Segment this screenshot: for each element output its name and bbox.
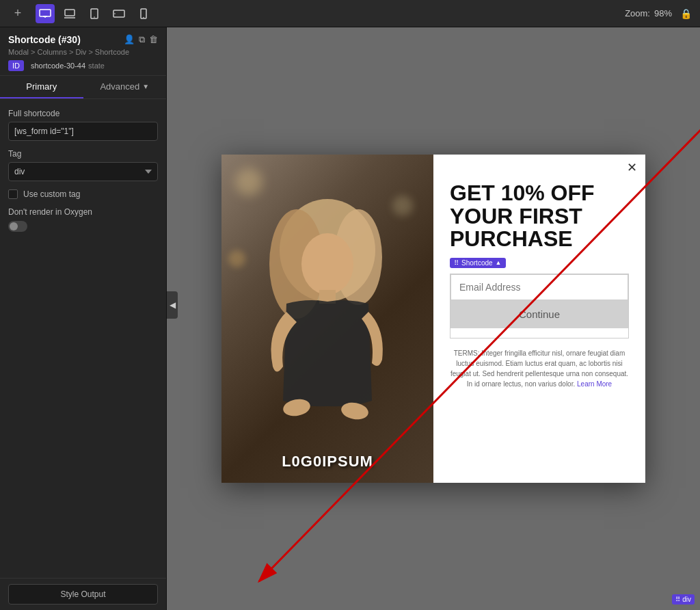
continue-button[interactable]: Continue	[450, 300, 628, 328]
dont-render-row: Don't render in Oxygen	[8, 207, 158, 232]
div-badge-grid-icon: ⠿	[675, 596, 680, 603]
terms-text: TERMS: Integer fringilla efficitur nisl,…	[450, 348, 629, 389]
dont-render-toggle[interactable]	[8, 221, 27, 232]
modal-popup: L0G0IPSUM ✕ GET 10% OFF YOUR FIRST PURCH…	[221, 155, 645, 483]
full-shortcode-label: Full shortcode	[8, 109, 158, 118]
svg-point-14	[301, 233, 353, 295]
trash-icon[interactable]: 🗑	[149, 34, 158, 45]
tag-label: Tag	[8, 149, 158, 159]
modal-headline: GET 10% OFF YOUR FIRST PURCHASE	[450, 182, 629, 251]
shortcode-grid-icon: ⠿	[454, 259, 459, 267]
sidebar-tabs: Primary Advanced ▼	[0, 76, 166, 99]
tag-select[interactable]: div	[8, 162, 158, 181]
sidebar-content: Full shortcode Tag div Use custom tag Do…	[0, 99, 166, 578]
zoom-value: 98%	[654, 8, 672, 18]
desktop-view-button[interactable]	[36, 4, 55, 23]
style-output-button[interactable]: Style Output	[8, 584, 158, 605]
phone-landscape-view-button[interactable]	[109, 4, 129, 23]
phone-view-button[interactable]	[134, 4, 153, 23]
tab-primary[interactable]: Primary	[0, 76, 83, 98]
headline-line1: GET 10% OFF	[450, 182, 629, 205]
tab-advanced[interactable]: Advanced ▼	[83, 76, 167, 98]
div-element-badge[interactable]: ⠿ div	[672, 594, 695, 605]
lock-icon[interactable]: 🔒	[680, 8, 692, 19]
user-icon[interactable]: 👤	[124, 34, 135, 45]
modal-background-image	[221, 155, 433, 483]
main-area: Shortcode (#30) 👤 ⧉ 🗑 Modal > Columns > …	[0, 27, 700, 610]
sidebar-footer: Style Output	[0, 578, 166, 610]
svg-point-6	[94, 16, 95, 18]
use-custom-tag-checkbox[interactable]	[8, 189, 18, 199]
id-badge: ID	[8, 60, 24, 71]
sidebar-title: Shortcode (#30)	[8, 34, 81, 45]
shortcode-badge-label: Shortcode	[461, 259, 493, 267]
headline-line2: YOUR FIRST PURCHASE	[450, 205, 629, 251]
laptop-view-button[interactable]	[60, 4, 79, 23]
add-element-button[interactable]: +	[8, 4, 27, 23]
email-input[interactable]	[450, 274, 628, 300]
sidebar-collapse-button[interactable]: ◀	[167, 291, 178, 319]
logo-text: L0G0IPSUM	[282, 453, 373, 470]
toggle-knob	[10, 222, 18, 230]
modal-close-button[interactable]: ✕	[627, 161, 637, 174]
svg-rect-3	[65, 10, 75, 16]
collapse-chevron-icon: ◀	[170, 300, 176, 310]
shortcode-badge[interactable]: ⠿ Shortcode ▲	[450, 258, 506, 268]
svg-rect-0	[40, 10, 51, 16]
zoom-display: Zoom: 98%	[625, 8, 672, 18]
svg-point-8	[114, 13, 116, 14]
sidebar-header: Shortcode (#30) 👤 ⧉ 🗑 Modal > Columns > …	[0, 27, 166, 76]
svg-point-10	[143, 16, 144, 18]
use-custom-tag-row: Use custom tag	[8, 189, 158, 199]
tablet-view-button[interactable]	[85, 4, 104, 23]
copy-icon[interactable]: ⧉	[139, 34, 145, 45]
canvas-area: L0G0IPSUM ✕ GET 10% OFF YOUR FIRST PURCH…	[167, 27, 700, 610]
breadcrumb: Modal > Columns > Div > Shortcode	[8, 48, 158, 56]
modal-content-panel: ✕ GET 10% OFF YOUR FIRST PURCHASE ⠿ Shor…	[433, 155, 645, 483]
shortcode-up-icon: ▲	[496, 259, 502, 266]
woman-figure-svg	[239, 196, 416, 483]
device-switcher	[36, 4, 153, 23]
full-shortcode-input[interactable]	[8, 122, 158, 141]
id-badge-label: ID	[12, 62, 20, 70]
element-id: shortcode-30-44	[31, 62, 85, 70]
sidebar: Shortcode (#30) 👤 ⧉ 🗑 Modal > Columns > …	[0, 27, 167, 610]
modal-image-panel: L0G0IPSUM	[221, 155, 433, 483]
email-form-container: Continue	[450, 274, 629, 339]
state-label: state	[88, 62, 105, 70]
div-badge-label: div	[682, 596, 691, 603]
sidebar-title-icons: 👤 ⧉ 🗑	[124, 34, 158, 45]
dont-render-label: Don't render in Oxygen	[8, 207, 158, 217]
zoom-label: Zoom:	[625, 8, 650, 18]
learn-more-link[interactable]: Learn More	[577, 380, 612, 388]
top-toolbar: + Zoom: 98% 🔒	[0, 0, 700, 27]
advanced-arrow-icon: ▼	[142, 83, 149, 90]
use-custom-tag-label: Use custom tag	[23, 189, 80, 199]
